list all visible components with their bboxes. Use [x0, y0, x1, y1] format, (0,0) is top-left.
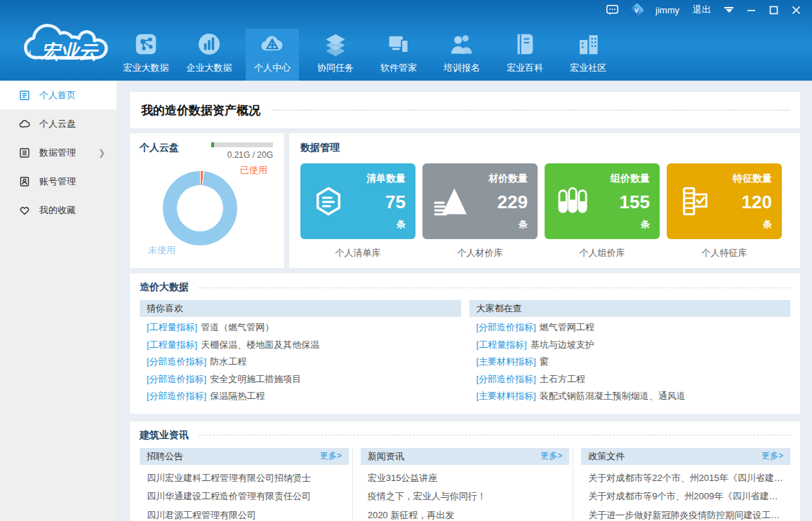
bigdata-link[interactable]: [工程量指标]天棚保温、楼地面及其他保温: [147, 337, 454, 354]
minimize-button[interactable]: [747, 6, 756, 15]
nav-item-label: 个人中心: [254, 62, 291, 74]
nav-item-label: 培训报名: [444, 62, 480, 74]
nav-item-label: 宏业社区: [570, 62, 606, 74]
sidebar-item-personal-home[interactable]: 个人首页: [0, 81, 117, 109]
nav-item-label: 宏业大数据: [124, 62, 169, 74]
news-link[interactable]: 四川宏业建科工程管理有限公司招纳贤士: [147, 469, 342, 488]
maximize-button[interactable]: [769, 6, 778, 15]
avatar[interactable]: V: [630, 2, 644, 17]
stat-card-price-assembly-count[interactable]: 组价数量 155 条: [545, 163, 660, 239]
column-header-label: 招聘公告: [147, 450, 183, 463]
chevron-right-icon: ❯: [98, 148, 105, 158]
nav-item-hongye-bigdata[interactable]: 宏业大数据: [119, 29, 173, 81]
username[interactable]: jimmy: [655, 5, 679, 15]
logout-button[interactable]: 退出: [693, 4, 711, 16]
card-unit: 条: [641, 218, 650, 231]
bigdata-link[interactable]: [分部造价指标]土石方工程: [477, 371, 784, 388]
news-title: 建筑业资讯: [140, 429, 189, 442]
index-text: 管道（燃气管网）: [201, 322, 274, 332]
stat-card-col: 材价数量 229 条 个人材价库: [422, 163, 538, 259]
nav-item-enterprise-bigdata[interactable]: 企业大数据: [182, 29, 236, 81]
bigdata-link[interactable]: [工程量指标]管道（燃气管网）: [147, 319, 454, 337]
quota-progress-fill: [211, 142, 214, 147]
index-text: 安全文明施工措施项目: [210, 374, 301, 384]
more-link[interactable]: 更多>: [320, 450, 342, 462]
bigdata-link[interactable]: [主要材料指标]窗: [477, 353, 784, 371]
bigdata-link[interactable]: [主要材料指标]装配式钢筋混凝土预制烟道、通风道: [477, 388, 784, 405]
nav-item-training-signup[interactable]: 培训报名: [435, 29, 488, 81]
news-col-news: 新闻资讯 更多> 宏业315公益讲座 疫情之下，宏业人与你同行！ 2020 新征…: [352, 448, 570, 521]
index-text: 基坑与边坡支护: [531, 339, 594, 350]
cloud-person-icon: [260, 32, 285, 57]
dashed-divider: [199, 287, 790, 288]
stat-card-feature-count[interactable]: 特征数量 120 条: [667, 163, 782, 239]
index-tag: [主要材料指标]: [477, 391, 536, 401]
stat-card-material-price-count[interactable]: 材价数量 229 条: [422, 163, 538, 239]
capsules-icon: [556, 186, 590, 217]
nav-item-label: 宏业百科: [507, 62, 543, 74]
stat-card-col: 特征数量 120 条 个人特征库: [667, 163, 782, 259]
sidebar-item-data-management[interactable]: 数据管理 ❯: [0, 138, 117, 167]
bigdata-list: [分部造价指标]燃气管网工程 [工程量指标]基坑与边坡支护 [主要材料指标]窗 …: [470, 317, 791, 405]
cloud-used-label: 已使用: [240, 164, 267, 177]
index-tag: [工程量指标]: [477, 339, 527, 350]
news-col-policy: 政策文件 更多> 关于对成都市等22个市、州2015年《四川省建设... 关于对…: [573, 448, 790, 521]
bigdata-link[interactable]: [分部造价指标]防水工程: [147, 353, 454, 371]
stat-card-list-count[interactable]: 清单数量 75 条: [300, 163, 415, 239]
bigdata-col-everyone-searching: 大家都在查 [分部造价指标]燃气管网工程 [工程量指标]基坑与边坡支护 [主要材…: [470, 300, 791, 405]
card-value: 75: [385, 193, 406, 211]
stat-card-col: 组价数量 155 条 个人组价库: [545, 163, 660, 259]
news-link[interactable]: 2020 新征程，再出发: [368, 506, 563, 521]
checklist-icon: [678, 186, 712, 217]
column-header-label: 猜你喜欢: [147, 302, 183, 315]
column-header: 大家都在查: [470, 300, 791, 317]
nav-item-label: 协同任务: [317, 62, 354, 74]
bigdata-link[interactable]: [分部造价指标]燃气管网工程: [477, 319, 784, 337]
bigdata-link[interactable]: [分部造价指标]保温隔热工程: [147, 388, 454, 405]
share-network-icon: [133, 32, 159, 57]
bigdata-link[interactable]: [分部造价指标]安全文明施工措施项目: [147, 371, 454, 388]
news-link[interactable]: 关于对成都市等22个市、州2015年《四川省建设...: [588, 469, 783, 488]
nav-item-hongye-community[interactable]: 宏业社区: [561, 29, 615, 81]
sidebar-item-my-favorites[interactable]: 我的收藏: [0, 196, 117, 224]
index-tag: [分部造价指标]: [147, 356, 206, 367]
nav-item-personal-center[interactable]: 个人中心: [246, 29, 299, 81]
index-tag: [分部造价指标]: [477, 374, 536, 384]
main-content: 我的造价数据资产概况 个人云盘 0.21G / 20G 已使用 未使用 数据管理: [117, 81, 812, 521]
buildings-icon: [575, 32, 601, 57]
news-link[interactable]: 关于对成都市等9个市、州2009年《四川省建设...: [588, 487, 783, 506]
news-link[interactable]: 关于进一步做好新冠肺炎疫情防控期间建设工程...: [588, 506, 783, 521]
industry-news-panel: 建筑业资讯 招聘公告 更多> 四川宏业建科工程管理有限公司招纳贤士 四川华通建设…: [130, 421, 800, 521]
sidebar-item-personal-cloud[interactable]: 个人云盘: [0, 109, 117, 138]
page-title: 我的造价数据资产概况: [141, 102, 260, 119]
close-button[interactable]: [792, 6, 801, 15]
sidebar-item-account-management[interactable]: 账号管理: [0, 167, 117, 196]
personal-cloud-panel: 个人云盘 0.21G / 20G 已使用 未使用: [130, 133, 284, 268]
skin-dropdown-icon[interactable]: [724, 7, 733, 13]
card-name: 清单数量: [366, 172, 406, 185]
news-list: 宏业315公益讲座 疫情之下，宏业人与你同行！ 2020 新征程，再出发: [361, 465, 570, 521]
column-header: 招聘公告 更多>: [140, 448, 349, 465]
nav-item-collab-tasks[interactable]: 协同任务: [309, 29, 362, 81]
nav-item-hongye-wiki[interactable]: 宏业百科: [498, 29, 552, 81]
index-tag: [工程量指标]: [147, 322, 197, 332]
sidebar-item-label: 数据管理: [39, 147, 76, 159]
nav-item-software-manager[interactable]: 软件管家: [372, 29, 425, 81]
more-link[interactable]: 更多>: [540, 450, 562, 462]
news-link[interactable]: 疫情之下，宏业人与你同行！: [368, 487, 563, 506]
news-link[interactable]: 宏业315公益讲座: [368, 469, 563, 488]
messages-icon[interactable]: [606, 5, 618, 15]
news-link[interactable]: 四川华通建设工程造价管理有限责任公司: [147, 487, 342, 506]
card-value: 155: [620, 193, 650, 211]
sidebar-item-label: 账号管理: [39, 175, 76, 188]
news-link[interactable]: 四川君源工程管理有限公司: [147, 506, 342, 521]
column-header: 政策文件 更多>: [581, 448, 790, 465]
nav-item-label: 软件管家: [380, 62, 417, 74]
card-name: 组价数量: [611, 172, 650, 185]
people-icon: [449, 32, 474, 57]
cloud-icon: [19, 119, 30, 130]
more-link[interactable]: 更多>: [761, 450, 783, 462]
news-columns: 招聘公告 更多> 四川宏业建科工程管理有限公司招纳贤士 四川华通建设工程造价管理…: [140, 448, 790, 521]
news-col-recruitment: 招聘公告 更多> 四川宏业建科工程管理有限公司招纳贤士 四川华通建设工程造价管理…: [140, 448, 349, 521]
bigdata-link[interactable]: [工程量指标]基坑与边坡支护: [477, 337, 784, 354]
